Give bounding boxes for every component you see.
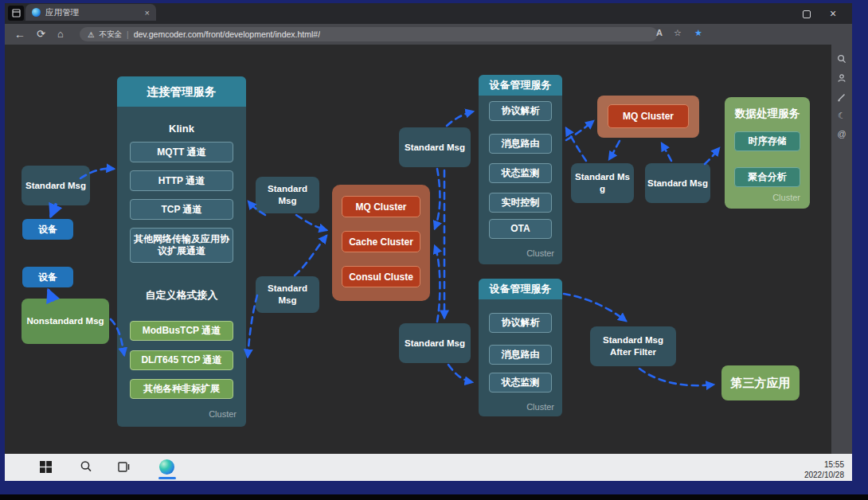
cluster-label: Cluster xyxy=(526,402,554,412)
node-standard-msg-right-lower: Standard Msg xyxy=(399,323,471,363)
ds-top-protocol: 协议解析 xyxy=(489,101,552,121)
cluster-label: Cluster xyxy=(772,193,800,202)
consul-cluster-button: Consul Cluste xyxy=(342,266,420,287)
url-separator: | xyxy=(127,30,129,39)
edge-app-icon[interactable] xyxy=(159,459,174,475)
address-bar[interactable]: ⚠ 不安全 | dev.gemcoder.com/front/developme… xyxy=(80,27,658,41)
site-favicon-icon xyxy=(32,8,41,17)
node-standard-msg-mid-upper: Standard Msg xyxy=(256,177,319,213)
restore-icon xyxy=(803,10,811,18)
taskbar-clock[interactable]: 15:55 2022/10/28 xyxy=(776,459,844,480)
channel-mqtt: MQTT 通道 xyxy=(130,142,233,162)
windows-taskbar xyxy=(5,454,852,481)
data-service-timeseries: 时序存储 xyxy=(734,131,800,151)
browser-side-rail: ☾ @ xyxy=(831,45,852,454)
data-service-container: 数据处理服务 时序存储 聚合分析 Cluster xyxy=(725,97,810,209)
node-third-party-app: 第三方应用 xyxy=(721,365,800,400)
ds-top-realtime: 实时控制 xyxy=(489,193,552,213)
ds-bottom-status: 状态监测 xyxy=(489,373,552,393)
channel-dlt645: DL/T645 TCP 通道 xyxy=(130,350,233,370)
device-service-bottom-title: 设备管理服务 xyxy=(479,279,562,299)
tab-title: 应用管理 xyxy=(45,7,140,18)
favorites-star-icon[interactable]: ★ xyxy=(694,28,702,38)
node-device-1: 设备 xyxy=(22,219,73,240)
ds-top-routing: 消息路由 xyxy=(489,134,552,154)
channel-http: HTTP 通道 xyxy=(130,170,233,191)
cluster-label: Cluster xyxy=(209,409,237,419)
refresh-icon[interactable]: ⟳ xyxy=(37,29,45,39)
ds-top-ota: OTA xyxy=(489,219,552,239)
device-service-top-container: 设备管理服务 协议解析 消息路由 状态监测 实时控制 OTA Cluster xyxy=(479,75,562,264)
translate-icon[interactable]: A xyxy=(656,28,663,37)
data-service-aggregation: 聚合分析 xyxy=(734,167,800,187)
ds-top-status: 状态监测 xyxy=(489,163,552,183)
clock-time: 15:55 xyxy=(776,459,844,470)
screen-bottom-edge xyxy=(0,494,868,500)
search-icon[interactable] xyxy=(837,54,846,64)
security-label: 不安全 xyxy=(100,29,123,40)
clock-date: 2022/10/28 xyxy=(776,470,844,480)
ds-bottom-routing: 消息路由 xyxy=(489,345,552,365)
node-standard-msg-top-left: Standard Msg xyxy=(571,163,634,203)
profile-icon[interactable] xyxy=(837,73,846,83)
device-service-top-title: 设备管理服务 xyxy=(479,75,562,96)
middleware-container: MQ Cluster Cache Cluster Consul Cluste xyxy=(332,185,430,301)
connection-service-title: 连接管理服务 xyxy=(117,76,246,107)
mq-cluster-node: MQ Cluster xyxy=(608,104,689,128)
desktop-screenshot: 应用管理 × × ← ⟳ ⌂ ⚠ 不安全 | dev.gemcoder.com/… xyxy=(0,0,868,500)
channel-modbus: ModBusTCP 通道 xyxy=(130,321,233,341)
mq-cluster-button: MQ Cluster xyxy=(342,196,420,217)
cluster-label: Cluster xyxy=(526,248,554,258)
node-device-2: 设备 xyxy=(22,267,73,287)
back-icon[interactable]: ← xyxy=(14,29,25,40)
start-button-icon[interactable] xyxy=(40,461,52,473)
tab-close-icon[interactable]: × xyxy=(145,8,150,18)
device-service-bottom-container: 设备管理服务 协议解析 消息路由 状态监测 Cluster xyxy=(479,279,562,416)
active-app-indicator xyxy=(158,477,176,479)
close-window-button[interactable]: × xyxy=(830,7,836,20)
node-standard-msg-after-filter: Standard Msg After Filter xyxy=(590,326,676,366)
favorite-add-icon[interactable]: ☆ xyxy=(674,28,682,38)
task-view-icon[interactable] xyxy=(118,461,131,473)
node-nonstandard-msg: Nonstandard Msg xyxy=(22,299,109,344)
node-standard-msg-mid-lower: Standard Msg xyxy=(256,276,319,313)
channel-nonstandard: 其他各种非标扩展 xyxy=(130,379,233,399)
collections-icon[interactable]: ☾ xyxy=(838,111,846,120)
node-standard-msg-left: Standard Msg xyxy=(22,166,90,205)
workspace-button[interactable] xyxy=(8,6,24,21)
channel-tcp: TCP 通道 xyxy=(130,199,233,220)
data-service-title: 数据处理服务 xyxy=(725,107,810,121)
cache-cluster-button: Cache Cluster xyxy=(342,231,420,252)
home-icon[interactable]: ⌂ xyxy=(57,29,64,39)
custom-section-label: 自定义格式接入 xyxy=(117,288,246,303)
connection-service-container: 连接管理服务 Klink MQTT 通道 HTTP 通道 TCP 通道 其他网络… xyxy=(117,76,246,427)
ds-bottom-protocol: 协议解析 xyxy=(489,313,552,333)
taskbar-search-icon[interactable] xyxy=(80,460,92,473)
restore-window-button[interactable] xyxy=(803,10,811,21)
url-text: dev.gemcoder.com/front/development/index… xyxy=(134,29,320,39)
browser-tab[interactable]: 应用管理 × xyxy=(25,4,156,21)
window-icon xyxy=(12,9,21,18)
klink-section-label: Klink xyxy=(117,123,246,135)
security-warning-icon: ⚠ xyxy=(88,30,95,39)
node-standard-msg-top-right: Standard Msg xyxy=(645,163,710,203)
node-standard-msg-right-upper: Standard Msg xyxy=(399,127,471,167)
mq-cluster-container: MQ Cluster xyxy=(597,96,699,138)
channel-other-extended: 其他网络传输及应用协议扩展通道 xyxy=(130,228,233,263)
mention-icon[interactable]: @ xyxy=(837,130,846,139)
edit-icon[interactable] xyxy=(837,92,846,102)
